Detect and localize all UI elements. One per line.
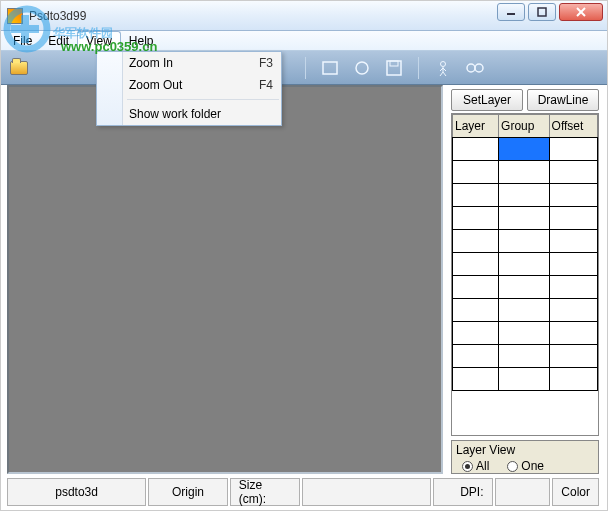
status-app: psdto3d (7, 478, 146, 506)
toolbar-separator (418, 57, 419, 79)
layer-view-group: Layer View All One (451, 440, 599, 474)
layer-view-title: Layer View (456, 443, 594, 457)
radio-icon (462, 461, 473, 472)
menu-edit[interactable]: Edit (40, 31, 77, 50)
tool-save-icon[interactable] (384, 58, 404, 78)
radio-one[interactable]: One (507, 459, 544, 473)
open-folder-button[interactable] (9, 58, 29, 78)
menu-zoom-in[interactable]: Zoom In F3 (97, 52, 281, 74)
window-title: Psdto3d99 (29, 9, 86, 23)
menu-view[interactable]: View (77, 31, 121, 50)
svg-point-5 (356, 62, 368, 74)
tool-circle-icon[interactable] (352, 58, 372, 78)
status-size-label: Size (cm): (230, 478, 300, 506)
col-layer[interactable]: Layer (453, 115, 499, 138)
toolbar-separator (305, 57, 306, 79)
menu-file[interactable]: File (5, 31, 40, 50)
table-row[interactable] (453, 138, 598, 161)
radio-all-label: All (476, 459, 489, 473)
layer-table[interactable]: Layer Group Offset (451, 113, 599, 436)
menu-help[interactable]: Help (121, 31, 162, 50)
menu-zoom-in-shortcut: F3 (259, 56, 273, 70)
tab-setlayer[interactable]: SetLayer (451, 89, 523, 111)
table-row[interactable] (453, 322, 598, 345)
canvas[interactable] (7, 85, 443, 474)
tool-link-icon[interactable] (465, 58, 485, 78)
window-controls (497, 3, 603, 21)
maximize-button[interactable] (528, 3, 556, 21)
col-group[interactable]: Group (499, 115, 549, 138)
svg-rect-4 (323, 62, 337, 74)
table-row[interactable] (453, 184, 598, 207)
menu-zoom-out-label: Zoom Out (129, 78, 182, 92)
app-icon (7, 8, 23, 24)
status-dpi-label: DPI: (433, 478, 493, 506)
menu-zoom-in-label: Zoom In (129, 56, 173, 70)
table-row[interactable] (453, 276, 598, 299)
radio-all[interactable]: All (462, 459, 489, 473)
selected-cell[interactable] (499, 138, 549, 161)
menubar: File Edit View Help (1, 31, 607, 51)
status-origin: Origin (148, 478, 228, 506)
table-row[interactable] (453, 253, 598, 276)
status-dpi-value (495, 478, 551, 506)
menu-zoom-out[interactable]: Zoom Out F4 (97, 74, 281, 96)
tool-person-icon[interactable] (433, 58, 453, 78)
menu-show-work-folder-label: Show work folder (129, 107, 221, 121)
status-size-value (302, 478, 431, 506)
menu-show-work-folder[interactable]: Show work folder (97, 103, 281, 125)
tab-drawline[interactable]: DrawLine (527, 89, 599, 111)
status-color-label: Color (552, 478, 599, 506)
radio-one-label: One (521, 459, 544, 473)
right-panel: SetLayer DrawLine Layer Group Offset (449, 85, 601, 474)
table-row[interactable] (453, 345, 598, 368)
col-offset[interactable]: Offset (549, 115, 597, 138)
menu-zoom-out-shortcut: F4 (259, 78, 273, 92)
svg-rect-6 (387, 61, 401, 75)
svg-point-9 (467, 64, 475, 72)
table-row[interactable] (453, 161, 598, 184)
svg-point-10 (475, 64, 483, 72)
table-row[interactable] (453, 207, 598, 230)
view-dropdown: Zoom In F3 Zoom Out F4 Show work folder (96, 51, 282, 126)
tool-rect-icon[interactable] (320, 58, 340, 78)
radio-icon (507, 461, 518, 472)
svg-rect-1 (538, 8, 546, 16)
client-area: SetLayer DrawLine Layer Group Offset (7, 85, 601, 474)
statusbar: psdto3d Origin Size (cm): DPI: Color (7, 478, 601, 506)
minimize-button[interactable] (497, 3, 525, 21)
table-row[interactable] (453, 299, 598, 322)
table-row[interactable] (453, 368, 598, 391)
titlebar: Psdto3d99 (1, 1, 607, 31)
table-row[interactable] (453, 230, 598, 253)
close-button[interactable] (559, 3, 603, 21)
svg-point-8 (441, 61, 446, 66)
toolbar (1, 51, 607, 85)
menu-separator (127, 99, 279, 100)
panel-tabs: SetLayer DrawLine (449, 85, 601, 113)
